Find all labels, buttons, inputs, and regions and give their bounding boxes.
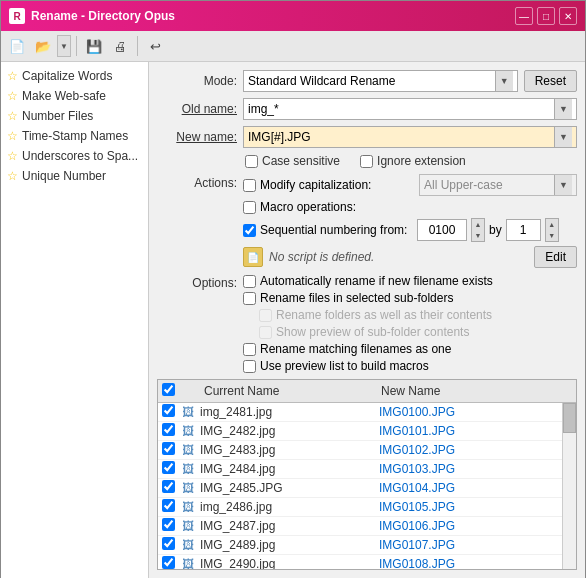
case-sensitive-option[interactable]: Case sensitive <box>245 154 340 168</box>
sidebar-item-numberfiles[interactable]: ☆ Number Files <box>1 106 148 126</box>
row-check[interactable] <box>162 442 182 458</box>
file-icon-col: 🖼 <box>182 538 200 552</box>
row-checkbox[interactable] <box>162 537 175 550</box>
toolbar-save-btn[interactable]: 💾 <box>82 34 106 58</box>
row-checkbox[interactable] <box>162 499 175 512</box>
maximize-button[interactable]: □ <box>537 7 555 25</box>
row-check[interactable] <box>162 499 182 515</box>
file-new-name: IMG0104.JPG <box>379 481 558 495</box>
row-checkbox[interactable] <box>162 442 175 455</box>
file-row: 🖼 IMG_2484.jpg IMG0103.JPG <box>158 460 562 479</box>
reset-button[interactable]: Reset <box>524 70 577 92</box>
by-label: by <box>489 223 502 237</box>
col-current-header: Current Name <box>182 384 381 398</box>
file-row: 🖼 IMG_2489.jpg IMG0107.JPG <box>158 536 562 555</box>
file-row: 🖼 img_2481.jpg IMG0100.JPG <box>158 403 562 422</box>
old-name-row: Old name: ▼ <box>157 98 577 120</box>
row-checkbox[interactable] <box>162 518 175 531</box>
sidebar-item-label: Underscores to Spa... <box>22 149 138 163</box>
close-button[interactable]: ✕ <box>559 7 577 25</box>
auto-rename-checkbox[interactable] <box>243 275 256 288</box>
sidebar-item-capitalize[interactable]: ☆ Capitalize Words <box>1 66 148 86</box>
sidebar-item-timestamp[interactable]: ☆ Time-Stamp Names <box>1 126 148 146</box>
toolbar-new-btn[interactable]: 📄 <box>5 34 29 58</box>
matching-option[interactable]: Rename matching filenames as one <box>243 342 577 356</box>
row-check[interactable] <box>162 423 182 439</box>
toolbar-dropdown-arrow[interactable]: ▼ <box>57 35 71 57</box>
row-checkbox[interactable] <box>162 480 175 493</box>
row-check[interactable] <box>162 556 182 569</box>
new-name-combo[interactable]: ▼ <box>243 126 577 148</box>
mode-combo-arrow[interactable]: ▼ <box>495 71 513 91</box>
file-icon: 🖼 <box>182 462 194 476</box>
spin-up[interactable]: ▲ <box>472 219 484 230</box>
by-value-input[interactable] <box>506 219 541 241</box>
row-checkbox[interactable] <box>162 404 175 417</box>
toolbar-open-btn[interactable]: 📂 <box>31 34 55 58</box>
preview-sub-checkbox <box>259 326 272 339</box>
by-spinner: ▲ ▼ <box>545 218 559 242</box>
new-name-arrow[interactable]: ▼ <box>554 127 572 147</box>
row-checkbox[interactable] <box>162 556 175 569</box>
file-icon: 🖼 <box>182 519 194 533</box>
new-name-input[interactable] <box>248 130 554 144</box>
case-sensitive-checkbox[interactable] <box>245 155 258 168</box>
file-row: 🖼 IMG_2482.jpg IMG0101.JPG <box>158 422 562 441</box>
preview-sub-label: Show preview of sub-folder contents <box>276 325 469 339</box>
old-name-combo[interactable]: ▼ <box>243 98 577 120</box>
scrollbar-thumb[interactable] <box>563 403 576 433</box>
preview-macro-option[interactable]: Use preview list to build macros <box>243 359 577 373</box>
by-spin-up[interactable]: ▲ <box>546 219 558 230</box>
sequential-option[interactable]: Sequential numbering from: <box>243 223 413 237</box>
sidebar-item-underscores[interactable]: ☆ Underscores to Spa... <box>1 146 148 166</box>
scrollbar[interactable] <box>562 403 576 569</box>
by-spin-down[interactable]: ▼ <box>546 230 558 241</box>
minimize-button[interactable]: — <box>515 7 533 25</box>
row-check[interactable] <box>162 404 182 420</box>
row-check[interactable] <box>162 480 182 496</box>
file-row: 🖼 IMG_2483.jpg IMG0102.JPG <box>158 441 562 460</box>
modify-cap-value: All Upper-case <box>424 178 554 192</box>
row-check[interactable] <box>162 461 182 477</box>
mode-combo[interactable]: Standard Wildcard Rename ▼ <box>243 70 518 92</box>
spin-down[interactable]: ▼ <box>472 230 484 241</box>
sidebar-item-unique[interactable]: ☆ Unique Number <box>1 166 148 186</box>
modify-cap-option[interactable]: Modify capitalization: <box>243 178 413 192</box>
star-icon: ☆ <box>7 109 18 123</box>
sub-folders-checkbox[interactable] <box>243 292 256 305</box>
sequential-checkbox[interactable] <box>243 224 256 237</box>
file-icon: 🖼 <box>182 405 194 419</box>
row-checkbox[interactable] <box>162 423 175 436</box>
row-check[interactable] <box>162 537 182 553</box>
matching-checkbox[interactable] <box>243 343 256 356</box>
title-controls: — □ ✕ <box>515 7 577 25</box>
ignore-extension-option[interactable]: Ignore extension <box>360 154 466 168</box>
edit-button[interactable]: Edit <box>534 246 577 268</box>
modify-cap-arrow[interactable]: ▼ <box>554 175 572 195</box>
sequential-from-input[interactable] <box>417 219 467 241</box>
file-icon: 🖼 <box>182 424 194 438</box>
actions-area: Modify capitalization: All Upper-case ▼ … <box>243 174 577 268</box>
modify-cap-combo[interactable]: All Upper-case ▼ <box>419 174 577 196</box>
macro-ops-checkbox[interactable] <box>243 201 256 214</box>
toolbar-sep2 <box>137 36 138 56</box>
ignore-extension-checkbox[interactable] <box>360 155 373 168</box>
toolbar-print-btn[interactable]: 🖨 <box>108 34 132 58</box>
row-check[interactable] <box>162 518 182 534</box>
select-all-checkbox[interactable] <box>162 383 175 396</box>
file-icon-col: 🖼 <box>182 519 200 533</box>
row-checkbox[interactable] <box>162 461 175 474</box>
macro-ops-option[interactable]: Macro operations: <box>243 200 413 214</box>
file-icon-col: 🖼 <box>182 405 200 419</box>
file-current-name: IMG_2487.jpg <box>200 519 379 533</box>
preview-macro-checkbox[interactable] <box>243 360 256 373</box>
old-name-arrow[interactable]: ▼ <box>554 99 572 119</box>
modify-cap-checkbox[interactable] <box>243 179 256 192</box>
toolbar-undo-btn[interactable]: ↩ <box>143 34 167 58</box>
old-name-input[interactable] <box>248 102 554 116</box>
auto-rename-option[interactable]: Automatically rename if new filename exi… <box>243 274 577 288</box>
sidebar-item-websafe[interactable]: ☆ Make Web-safe <box>1 86 148 106</box>
sub-folders-option[interactable]: Rename files in selected sub-folders <box>243 291 577 305</box>
options-section: Options: Automatically rename if new fil… <box>157 274 577 373</box>
file-list-scroll[interactable]: 🖼 img_2481.jpg IMG0100.JPG 🖼 IMG_2482.jp… <box>158 403 562 569</box>
